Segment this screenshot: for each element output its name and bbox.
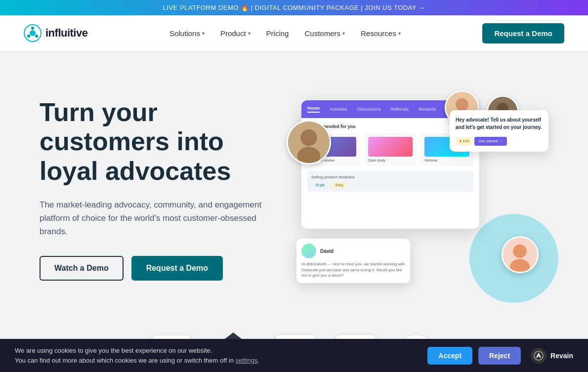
top-banner[interactable]: LIVE PLATFORM DEMO 🔥 | DIGITAL COMMUNITY… (0, 0, 588, 15)
chevron-down-icon: ▾ (248, 31, 251, 36)
logo-icon (24, 24, 42, 42)
mockup-cards-row: Product review Case study Webinar (307, 133, 473, 166)
points-badge: ♦ 100 (456, 137, 473, 145)
nav-resources[interactable]: Resources ▾ (354, 25, 408, 41)
hero-left: Turn your customers into loyal advocates… (40, 98, 287, 281)
mockup-nav-discussions: Discussions (357, 107, 381, 112)
mockup-pill-2: Easy (332, 182, 347, 188)
mockup-feedback-pills: 10 pts Easy (311, 182, 469, 188)
mockup-card-2: Case study (364, 133, 417, 166)
hero-section: Turn your customers into loyal advocates… (0, 51, 588, 318)
chat-header: David (301, 244, 405, 258)
cookie-buttons: Accept Reject (427, 347, 521, 365)
revain-icon (531, 348, 546, 364)
mockup-feedback-section: Selling product feedback 10 pts Easy (307, 171, 473, 192)
mockup-card-text-2: Case study (368, 159, 413, 162)
hero-subtext: The market-leading advocacy, community, … (40, 198, 267, 239)
hero-heading: Turn your customers into loyal advocates (40, 98, 287, 186)
cookie-text: We are using cookies to give you the bes… (15, 346, 418, 365)
welcome-mockup: Hey advocate! Tell us about yourself and… (450, 110, 548, 152)
dashboard-mockup: Home Activities Discussions Referrals Re… (287, 90, 548, 288)
revain-widget: Revain (531, 348, 573, 364)
logo-text: influitive (45, 27, 87, 40)
banner-text: LIVE PLATFORM DEMO 🔥 | DIGITAL COMMUNITY… (163, 4, 425, 11)
mockup-nav-referrals: Referrals (391, 107, 409, 112)
request-demo-button[interactable]: Request a Demo (131, 256, 223, 281)
mockup-nav-activities: Activities (330, 107, 347, 112)
chevron-down-icon: ▾ (398, 31, 401, 36)
cookie-banner: We are using cookies to give you the bes… (0, 339, 588, 372)
cookie-reject-button[interactable]: Reject (478, 347, 521, 365)
chat-name: David (320, 248, 334, 254)
mockup-feedback-label: Selling product feedback (311, 175, 469, 179)
header: influitive Solutions ▾ Product ▾ Pricing (0, 15, 588, 51)
chat-message: Hi @Elizabeth — nice to meet you, we sta… (301, 261, 405, 278)
revain-label: Revain (550, 352, 573, 360)
svg-point-12 (513, 245, 527, 258)
svg-point-3 (35, 35, 38, 38)
chevron-down-icon: ▾ (202, 31, 205, 36)
header-request-demo-button[interactable]: Request a Demo (482, 23, 564, 43)
hero-buttons: Watch a Demo Request a Demo (40, 256, 287, 281)
nav-product[interactable]: Product ▾ (213, 25, 257, 41)
welcome-cta: Get started → (474, 137, 507, 146)
mockup-nav-rewards: Rewards (419, 107, 436, 112)
main-nav: Solutions ▾ Product ▾ Pricing Customers … (163, 25, 408, 41)
nav-solutions[interactable]: Solutions ▾ (163, 25, 211, 41)
watch-demo-button[interactable]: Watch a Demo (40, 256, 124, 281)
chat-mockup: David Hi @Elizabeth — nice to meet you, … (296, 239, 410, 283)
logo-link[interactable]: influitive (24, 24, 87, 42)
chat-avatar (301, 244, 316, 258)
mockup-card-text-3: Webinar (424, 159, 469, 162)
avatar-3 (502, 236, 539, 273)
chevron-down-icon: ▾ (342, 31, 345, 36)
svg-point-2 (31, 27, 34, 30)
svg-point-17 (534, 351, 543, 360)
mockup-pill-1: 10 pts (311, 182, 329, 188)
nav-customers[interactable]: Customers ▾ (297, 25, 352, 41)
mockup-card-img-2 (368, 137, 413, 157)
svg-point-6 (456, 98, 468, 111)
mockup-nav-home: Home (307, 106, 320, 113)
svg-point-9 (300, 129, 317, 146)
cookie-accept-button[interactable]: Accept (427, 347, 472, 365)
svg-point-4 (27, 35, 30, 38)
nav-pricing[interactable]: Pricing (259, 25, 296, 41)
hero-right: Home Activities Discussions Referrals Re… (287, 90, 548, 288)
avatar-2 (287, 120, 331, 165)
welcome-title: Hey advocate! Tell us about yourself and… (456, 116, 543, 131)
mockup-recommended-label: Recommended for you (307, 124, 473, 129)
svg-point-1 (30, 30, 36, 36)
cookie-settings-link[interactable]: settings (236, 357, 258, 364)
